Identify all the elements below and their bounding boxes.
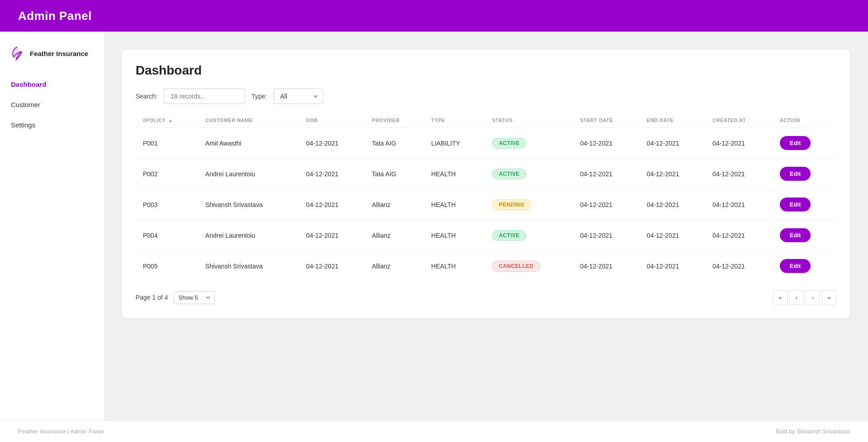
sidebar-item-settings[interactable]: Settings — [0, 116, 104, 134]
table-header-row: #POLICY ▲ CUSTOMER NAME DOB PROVIDER TYP… — [136, 113, 836, 128]
table-row: P001 Amit Awasthi 04-12-2021 Tata AIG LI… — [136, 128, 836, 159]
sidebar-nav: Dashboard Customer Settings — [0, 75, 104, 134]
cell-dob: 04-12-2021 — [299, 251, 365, 282]
footer-right: Built by Shivansh Srivastava — [776, 428, 850, 435]
status-badge: ACTIVE — [492, 169, 526, 179]
cell-action: Edit — [773, 189, 836, 220]
cell-end-date: 04-12-2021 — [640, 128, 706, 159]
feather-logo-icon — [9, 45, 25, 61]
cell-action: Edit — [773, 159, 836, 189]
cell-type: HEALTH — [424, 251, 485, 282]
col-start-date: START DATE — [573, 113, 639, 128]
col-end-date: END DATE — [640, 113, 706, 128]
cell-type: HEALTH — [424, 220, 485, 251]
next-page-button[interactable]: › — [806, 290, 820, 305]
status-badge: ACTIVE — [492, 230, 526, 241]
cell-action: Edit — [773, 128, 836, 159]
cell-provider: Allianz — [365, 189, 424, 220]
cell-policy: P005 — [136, 251, 198, 282]
cell-provider: Allianz — [365, 251, 424, 282]
cell-end-date: 04-12-2021 — [640, 159, 706, 189]
cell-start-date: 04-12-2021 — [573, 128, 639, 159]
table-row: P005 Shivansh Srivastava 04-12-2021 Alli… — [136, 251, 836, 282]
cell-customer-name: Shivansh Srivastava — [198, 189, 299, 220]
cell-policy: P004 — [136, 220, 198, 251]
cell-start-date: 04-12-2021 — [573, 189, 639, 220]
cell-created-at: 04-12-2021 — [705, 189, 773, 220]
policy-table: #POLICY ▲ CUSTOMER NAME DOB PROVIDER TYP… — [136, 113, 836, 281]
cell-dob: 04-12-2021 — [299, 128, 365, 159]
footer-left: Feather Insurance | Admin Panel — [18, 428, 104, 435]
cell-action: Edit — [773, 220, 836, 251]
cell-status: ACTIVE — [485, 128, 573, 159]
edit-button[interactable]: Edit — [780, 228, 811, 242]
first-page-button[interactable]: « — [773, 290, 788, 305]
edit-button[interactable]: Edit — [780, 259, 811, 273]
cell-provider: Tata AIG — [365, 159, 424, 189]
table-row: P002 Andrei Laurentoiu 04-12-2021 Tata A… — [136, 159, 836, 189]
cell-status: PENDING — [485, 189, 573, 220]
main-content: Dashboard Search: Type: All LIABILITY HE… — [104, 32, 868, 420]
pagination-bar: Page 1 of 4 Show 5 Show 10 Show 20 « ‹ ›… — [136, 290, 836, 305]
cell-start-date: 04-12-2021 — [573, 251, 639, 282]
cell-action: Edit — [773, 251, 836, 282]
top-header: Admin Panel — [0, 0, 868, 32]
cell-type: HEALTH — [424, 189, 485, 220]
cell-created-at: 04-12-2021 — [705, 128, 773, 159]
cell-status: ACTIVE — [485, 159, 573, 189]
cell-provider: Tata AIG — [365, 128, 424, 159]
cell-status: CANCELLED — [485, 251, 573, 282]
edit-button[interactable]: Edit — [780, 136, 811, 150]
search-label: Search: — [136, 93, 157, 100]
cell-type: HEALTH — [424, 159, 485, 189]
edit-button[interactable]: Edit — [780, 197, 811, 212]
col-dob: DOB — [299, 113, 365, 128]
cell-customer-name: Shivansh Srivastava — [198, 251, 299, 282]
cell-customer-name: Amit Awasthi — [198, 128, 299, 159]
sidebar-brand-name: Feather Insurance — [30, 50, 88, 57]
col-type: TYPE — [424, 113, 485, 128]
col-customer-name: CUSTOMER NAME — [198, 113, 299, 128]
cell-start-date: 04-12-2021 — [573, 220, 639, 251]
table-row: P003 Shivansh Srivastava 04-12-2021 Alli… — [136, 189, 836, 220]
cell-dob: 04-12-2021 — [299, 159, 365, 189]
cell-customer-name: Andrei Laurentoiu — [198, 220, 299, 251]
sidebar: Feather Insurance Dashboard Customer Set… — [0, 32, 104, 420]
search-input[interactable] — [164, 89, 245, 104]
type-label: Type: — [251, 93, 267, 100]
page-info-left: Page 1 of 4 Show 5 Show 10 Show 20 — [136, 291, 215, 304]
cell-dob: 04-12-2021 — [299, 220, 365, 251]
cell-end-date: 04-12-2021 — [640, 220, 706, 251]
filter-bar: Search: Type: All LIABILITY HEALTH — [136, 89, 836, 104]
cell-customer-name: Andrei Laurentoiu — [198, 159, 299, 189]
sidebar-item-dashboard[interactable]: Dashboard — [0, 75, 104, 94]
footer: Feather Insurance | Admin Panel Built by… — [0, 420, 868, 442]
cell-end-date: 04-12-2021 — [640, 251, 706, 282]
cell-created-at: 04-12-2021 — [705, 159, 773, 189]
last-page-button[interactable]: » — [822, 290, 836, 305]
status-badge: ACTIVE — [492, 138, 526, 149]
pagination-controls: « ‹ › » — [773, 290, 836, 305]
cell-end-date: 04-12-2021 — [640, 189, 706, 220]
sidebar-item-customer[interactable]: Customer — [0, 95, 104, 114]
cell-created-at: 04-12-2021 — [705, 220, 773, 251]
main-layout: Feather Insurance Dashboard Customer Set… — [0, 32, 868, 420]
col-action: ACTION — [773, 113, 836, 128]
table-row: P004 Andrei Laurentoiu 04-12-2021 Allian… — [136, 220, 836, 251]
col-provider: PROVIDER — [365, 113, 424, 128]
type-select[interactable]: All LIABILITY HEALTH — [274, 89, 323, 104]
col-status: STATUS — [485, 113, 573, 128]
sidebar-brand: Feather Insurance — [0, 41, 104, 75]
cell-dob: 04-12-2021 — [299, 189, 365, 220]
cell-start-date: 04-12-2021 — [573, 159, 639, 189]
status-badge: PENDING — [492, 199, 531, 210]
prev-page-button[interactable]: ‹ — [789, 290, 804, 305]
edit-button[interactable]: Edit — [780, 167, 811, 181]
cell-status: ACTIVE — [485, 220, 573, 251]
admin-panel-title: Admin Panel — [18, 9, 92, 23]
cell-policy: P003 — [136, 189, 198, 220]
cell-created-at: 04-12-2021 — [705, 251, 773, 282]
cell-provider: Allianz — [365, 220, 424, 251]
show-select[interactable]: Show 5 Show 10 Show 20 — [174, 291, 215, 304]
col-policy: #POLICY ▲ — [136, 113, 198, 128]
